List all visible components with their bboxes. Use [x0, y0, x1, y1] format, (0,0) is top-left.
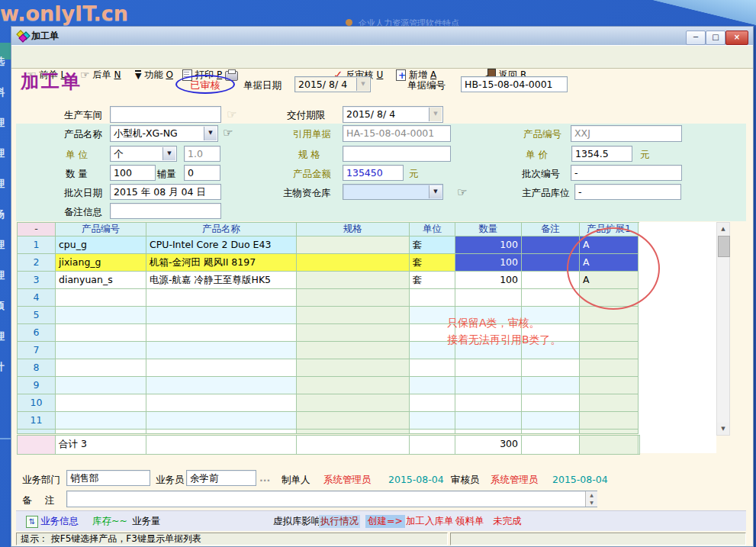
warehouse-select[interactable]: ▼	[343, 184, 443, 200]
footer-cell[interactable]	[146, 436, 297, 454]
table-cell[interactable]	[297, 359, 410, 377]
note-spinner[interactable]: ▲ ▼	[585, 491, 597, 507]
table-cell[interactable]	[410, 394, 455, 412]
table-cell[interactable]: 电源-航嘉 冷静王至尊版HK5	[146, 272, 297, 289]
row-number[interactable]: 7	[18, 342, 56, 359]
qty-field[interactable]: 100	[110, 165, 156, 181]
table-cell[interactable]	[146, 430, 297, 434]
column-header[interactable]: 单位	[410, 223, 455, 236]
next-doc-button[interactable]: ☞后单N	[80, 67, 121, 82]
spec-field[interactable]	[343, 146, 451, 162]
table-cell[interactable]: 套	[410, 272, 455, 289]
deliver-date-select[interactable]: 2015/ 8/ 4▼	[343, 106, 443, 123]
table-cell[interactable]	[146, 359, 297, 377]
table-cell[interactable]	[146, 307, 297, 324]
table-cell[interactable]: 套	[410, 236, 455, 254]
column-header[interactable]: 产品名称	[146, 223, 297, 236]
spin-up-icon[interactable]: ▲	[586, 491, 597, 499]
table-cell[interactable]	[56, 430, 146, 434]
table-cell[interactable]	[297, 394, 410, 412]
inbound-doc-link[interactable]: 加工入库单	[406, 515, 454, 528]
stock-link[interactable]: 库存~~	[92, 515, 127, 528]
row-number[interactable]: 4	[18, 289, 56, 307]
close-button[interactable]: ×	[725, 31, 748, 45]
location-field[interactable]: -	[574, 184, 681, 200]
table-cell[interactable]	[56, 324, 146, 342]
hand-pointer-icon[interactable]: ☞	[457, 185, 467, 199]
table-cell[interactable]	[522, 430, 580, 434]
table-cell[interactable]	[522, 359, 580, 377]
table-cell[interactable]	[146, 394, 297, 412]
window-titlebar[interactable]: 加工单 ─ □ ×	[11, 27, 753, 46]
aux-qty-field[interactable]: 0	[184, 165, 220, 181]
table-cell[interactable]	[455, 430, 522, 434]
table-cell[interactable]	[297, 377, 410, 394]
table-cell[interactable]	[297, 289, 410, 307]
workshop-field[interactable]	[110, 106, 221, 123]
vertical-scrollbar[interactable]: ▲ ▼	[716, 222, 730, 436]
material-doc-link[interactable]: 领料单	[455, 515, 484, 528]
create-link[interactable]: 创建=>	[365, 515, 405, 528]
footer-cell[interactable]: 300	[455, 436, 522, 454]
more-button[interactable]: ...	[259, 472, 270, 484]
table-cell[interactable]	[410, 430, 455, 434]
table-cell[interactable]: CPU-Intel Core 2 Duo E43	[146, 236, 297, 254]
note-textarea[interactable]	[66, 491, 597, 507]
row-number[interactable]: 6	[18, 324, 56, 342]
spin-down-icon[interactable]: ▼	[586, 499, 597, 507]
table-cell[interactable]	[410, 359, 455, 377]
dropdown-arrow-icon[interactable]: ▼	[162, 147, 175, 160]
table-cell[interactable]	[410, 412, 455, 430]
table-cell[interactable]	[56, 307, 146, 324]
functions-button[interactable]: ▼功能O	[135, 67, 173, 82]
table-cell[interactable]: cpu_g	[56, 236, 146, 254]
footer-cell[interactable]	[580, 436, 639, 454]
row-number[interactable]: 2	[18, 254, 56, 272]
column-header[interactable]: 备注	[522, 223, 580, 236]
table-cell[interactable]	[455, 394, 522, 412]
footer-row-header[interactable]	[18, 436, 56, 454]
memo-field[interactable]	[110, 203, 221, 219]
table-cell[interactable]	[297, 254, 410, 272]
table-cell[interactable]: 套	[410, 254, 455, 272]
table-cell[interactable]	[410, 377, 455, 394]
table-cell[interactable]	[522, 289, 580, 307]
biz-info-link[interactable]: 业务信息	[40, 515, 79, 528]
hand-pointer-icon[interactable]: ☞	[223, 126, 233, 140]
scroll-up-icon[interactable]: ▲	[717, 223, 729, 235]
column-header[interactable]: 产品编号	[56, 223, 146, 236]
row-number[interactable]: 5	[18, 307, 56, 324]
doc-no-field[interactable]: HB-15-08-04-0001	[461, 76, 568, 92]
unit-select[interactable]: 个▼	[110, 146, 177, 162]
table-cell[interactable]	[146, 377, 297, 394]
table-cell[interactable]: 100	[455, 272, 522, 289]
row-number[interactable]: 9	[18, 377, 56, 394]
table-cell[interactable]	[146, 324, 297, 342]
ref-doc-field[interactable]: HA-15-08-04-0001	[343, 125, 451, 142]
table-cell[interactable]: jixiang_g	[56, 254, 146, 272]
table-cell[interactable]	[56, 342, 146, 359]
table-cell[interactable]	[146, 342, 297, 359]
table-cell[interactable]	[56, 412, 146, 430]
row-number[interactable]: 3	[18, 272, 56, 289]
footer-cell[interactable]	[297, 436, 410, 454]
restore-button[interactable]: □	[706, 31, 725, 45]
amount-field[interactable]: 135450	[343, 165, 404, 181]
table-cell[interactable]	[297, 324, 410, 342]
row-number[interactable]: 8	[18, 359, 56, 377]
dept-field[interactable]: 销售部	[66, 470, 150, 486]
table-cell[interactable]	[297, 236, 410, 254]
footer-cell[interactable]	[522, 436, 580, 454]
product-no-field[interactable]: XXJ	[571, 125, 682, 142]
table-cell[interactable]	[297, 307, 410, 324]
table-cell[interactable]	[580, 377, 639, 394]
dropdown-arrow-icon[interactable]: ▼	[429, 108, 442, 121]
batch-date-field[interactable]: 2015 年 08 月 04 日	[110, 184, 221, 200]
biz-qty-link[interactable]: 业务量	[132, 515, 161, 528]
table-cell[interactable]	[580, 324, 639, 342]
table-cell[interactable]: 100	[455, 254, 522, 272]
dropdown-arrow-icon[interactable]: ▼	[356, 78, 369, 91]
column-header[interactable]: 规格	[297, 223, 410, 236]
row-number[interactable]: 10	[18, 394, 56, 412]
table-cell[interactable]	[522, 377, 580, 394]
